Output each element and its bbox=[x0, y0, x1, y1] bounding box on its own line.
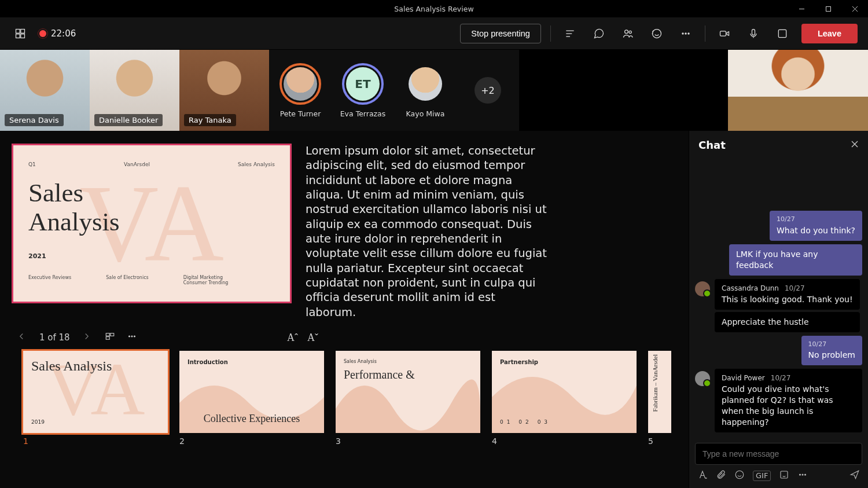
participant-video[interactable]: Serena Davis bbox=[0, 50, 90, 131]
chat-icon[interactable] bbox=[589, 24, 609, 43]
chat-message-other[interactable]: Cassandra Dunn10/27 This is looking good… bbox=[695, 279, 860, 332]
participant-name: Danielle Booker bbox=[94, 114, 163, 126]
svg-rect-1 bbox=[16, 29, 20, 33]
svg-rect-16 bbox=[106, 337, 109, 340]
sticker-icon[interactable] bbox=[779, 469, 789, 482]
message-text: Appreciate the hustle bbox=[722, 317, 853, 328]
presenter-video[interactable] bbox=[728, 50, 868, 131]
svg-point-5 bbox=[624, 30, 628, 33]
chat-panel: Chat 10/27 What do you think? LMK if you… bbox=[689, 131, 868, 488]
font-decrease-icon[interactable]: Aˇ bbox=[307, 332, 318, 344]
more-icon[interactable] bbox=[797, 469, 808, 482]
chat-input-field[interactable] bbox=[695, 443, 862, 465]
slide-thumbnail[interactable]: Introduction Collective Experiences bbox=[179, 351, 324, 433]
chat-compose: GIF bbox=[689, 437, 868, 488]
svg-rect-3 bbox=[16, 34, 20, 38]
send-icon[interactable] bbox=[849, 469, 860, 482]
grid-view-icon[interactable] bbox=[105, 331, 115, 344]
svg-point-8 bbox=[682, 32, 683, 34]
attach-icon[interactable] bbox=[716, 469, 726, 482]
slide-brand: VanArsdel bbox=[124, 162, 150, 167]
presentation-stage: VA Q1 VanArsdel Sales Analysis Sales Ana… bbox=[0, 131, 689, 488]
slide-corner: Q1 bbox=[28, 162, 36, 167]
svg-rect-4 bbox=[21, 34, 25, 38]
layout-grid-icon[interactable] bbox=[10, 24, 30, 43]
notes-icon[interactable] bbox=[560, 24, 580, 43]
divider bbox=[550, 25, 551, 42]
people-icon[interactable] bbox=[618, 24, 638, 43]
speaker-notes: Lorem ipsum dolor sit amet, consectetur … bbox=[306, 144, 549, 320]
title-bar: Sales Analysis Review bbox=[0, 0, 868, 17]
prev-slide-icon[interactable] bbox=[16, 331, 28, 344]
svg-point-7 bbox=[652, 29, 661, 38]
leave-button[interactable]: Leave bbox=[801, 24, 858, 43]
svg-rect-22 bbox=[781, 471, 788, 478]
slide-thumbnails: VA Sales Analysis 2019 1 Introduction Co… bbox=[12, 344, 677, 452]
slide-thumbnail[interactable]: Fabrikam – VanArsdel bbox=[648, 351, 671, 433]
thumb-sub: Sales Analysis bbox=[344, 359, 472, 364]
chat-heading: Chat bbox=[698, 139, 726, 151]
message-timestamp: 10/27 bbox=[808, 340, 855, 349]
svg-point-9 bbox=[685, 32, 686, 34]
thumb-title: Performance & bbox=[344, 369, 472, 381]
slide-year: 2021 bbox=[28, 252, 275, 260]
chat-message-other[interactable]: David Power10/27 Could you dive into wha… bbox=[695, 369, 862, 432]
participant-video[interactable]: Ray Tanaka bbox=[179, 50, 269, 131]
chat-message-mine[interactable]: 10/27 No problem bbox=[801, 336, 862, 366]
stop-presenting-button[interactable]: Stop presenting bbox=[460, 24, 541, 43]
camera-icon[interactable] bbox=[715, 24, 734, 43]
thumb-title: Sales Analysis bbox=[31, 359, 160, 373]
avatar bbox=[695, 371, 710, 386]
close-icon[interactable] bbox=[851, 140, 859, 151]
participant-video[interactable]: Danielle Booker bbox=[90, 50, 179, 131]
svg-point-6 bbox=[629, 31, 631, 33]
mic-icon[interactable] bbox=[744, 24, 763, 43]
participant-avatar[interactable]: Kayo Miwa bbox=[394, 50, 457, 131]
thumb-number: 5 bbox=[648, 436, 671, 446]
svg-rect-12 bbox=[752, 29, 755, 35]
share-icon[interactable] bbox=[773, 24, 792, 43]
next-slide-icon[interactable] bbox=[82, 331, 93, 344]
window-maximize-icon[interactable] bbox=[815, 0, 841, 17]
chat-message-mine[interactable]: LMK if you have any feedback bbox=[729, 244, 862, 276]
thumb-number: 4 bbox=[492, 436, 637, 446]
svg-point-24 bbox=[802, 474, 803, 475]
message-timestamp: 10/27 bbox=[785, 284, 805, 292]
participants-overflow[interactable]: +2 bbox=[457, 50, 519, 131]
thumb-title: Fabrikam – VanArsdel bbox=[652, 354, 668, 412]
svg-point-17 bbox=[128, 336, 130, 337]
overflow-count: +2 bbox=[475, 77, 501, 104]
current-slide[interactable]: VA Q1 VanArsdel Sales Analysis Sales Ana… bbox=[12, 144, 292, 303]
window-close-icon[interactable] bbox=[841, 0, 868, 17]
thumb-number: 2 bbox=[179, 436, 324, 446]
message-text: Could you dive into what's planned for Q… bbox=[722, 384, 855, 428]
participant-name: Kayo Miwa bbox=[406, 109, 445, 118]
slide-thumbnail[interactable]: Partnership 01 02 03 bbox=[492, 351, 637, 433]
participant-avatar[interactable]: ET Eva Terrazas bbox=[332, 50, 394, 131]
chat-messages[interactable]: 10/27 What do you think? LMK if you have… bbox=[689, 159, 868, 437]
svg-rect-15 bbox=[110, 333, 113, 336]
divider bbox=[705, 25, 705, 42]
font-increase-icon[interactable]: Aˆ bbox=[287, 332, 298, 344]
slide-thumbnail[interactable]: VA Sales Analysis 2019 bbox=[23, 351, 168, 433]
message-text: No problem bbox=[808, 350, 855, 361]
message-text: What do you think? bbox=[777, 225, 855, 236]
more-icon[interactable] bbox=[676, 24, 696, 43]
emoji-icon[interactable] bbox=[734, 469, 745, 482]
message-timestamp: 10/27 bbox=[777, 215, 855, 224]
record-icon bbox=[39, 30, 46, 37]
thumb-sub: 01 02 03 bbox=[500, 419, 628, 425]
window-minimize-icon[interactable] bbox=[788, 0, 815, 17]
format-icon[interactable] bbox=[697, 469, 708, 482]
message-author: Cassandra Dunn bbox=[722, 284, 779, 292]
reactions-icon[interactable] bbox=[647, 24, 667, 43]
meeting-toolbar: 22:06 Stop presenting Leave bbox=[0, 17, 868, 50]
slide-title: Sales Analysis bbox=[28, 179, 275, 236]
more-icon[interactable] bbox=[127, 331, 137, 344]
chat-message-mine[interactable]: 10/27 What do you think? bbox=[770, 211, 862, 241]
svg-rect-14 bbox=[106, 333, 109, 336]
gif-icon[interactable]: GIF bbox=[753, 471, 771, 481]
participant-avatar[interactable]: Pete Turner bbox=[269, 50, 332, 131]
slide-thumbnail[interactable]: Sales Analysis Performance & bbox=[336, 351, 480, 433]
message-timestamp: 10/27 bbox=[771, 374, 791, 382]
